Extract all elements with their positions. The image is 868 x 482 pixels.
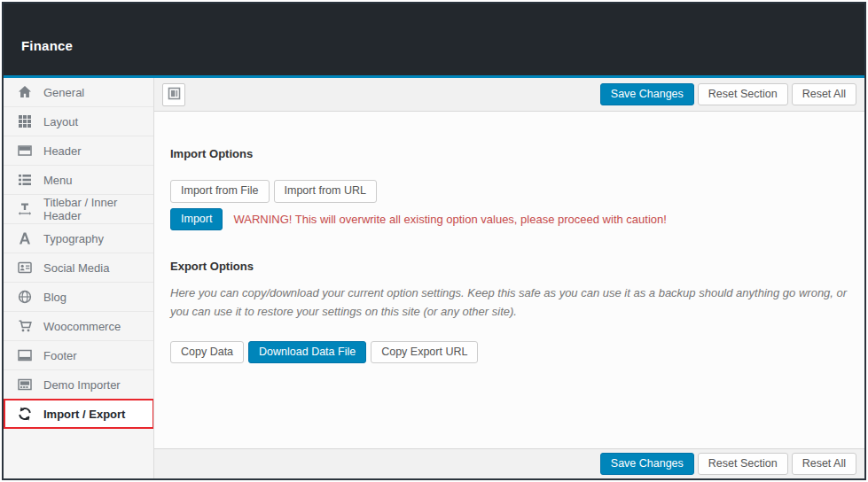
sidebar-item-label: Footer bbox=[43, 349, 77, 362]
copy-data-button[interactable]: Copy Data bbox=[170, 341, 244, 364]
sidebar-item-label: Import / Export bbox=[43, 408, 125, 421]
cart-icon bbox=[18, 319, 32, 333]
slides-icon bbox=[18, 377, 32, 392]
save-changes-button-bottom[interactable]: Save Changes bbox=[600, 453, 694, 476]
import-warning-text: WARNING! This will overwrite all existin… bbox=[233, 213, 666, 226]
panel-header: Finance bbox=[4, 4, 864, 78]
sidebar-item-typography[interactable]: Typography bbox=[4, 224, 153, 253]
sidebar-item-general[interactable]: General bbox=[4, 78, 153, 107]
sidebar-item-layout[interactable]: Layout bbox=[4, 107, 153, 136]
reset-section-button-bottom[interactable]: Reset Section bbox=[698, 453, 788, 476]
sidebar-item-label: Header bbox=[43, 144, 82, 158]
export-action-buttons: Copy Data Download Data File Copy Export… bbox=[170, 341, 848, 364]
sidebar-item-footer[interactable]: Footer bbox=[4, 341, 153, 370]
header-icon bbox=[18, 144, 32, 158]
section-body: Import Options Import from File Import f… bbox=[154, 112, 864, 448]
text-width-icon bbox=[18, 202, 32, 216]
sidebar-item-label: General bbox=[43, 86, 84, 99]
export-options-description: Here you can copy/download your current … bbox=[170, 284, 848, 322]
sidebar-item-label: Social Media bbox=[43, 261, 109, 275]
sidebar-item-titlebar-inner-header[interactable]: Titlebar / Inner Header bbox=[4, 195, 153, 224]
import-from-url-button[interactable]: Import from URL bbox=[274, 180, 377, 203]
reset-all-button-top[interactable]: Reset All bbox=[792, 83, 856, 106]
sidebar-item-blog[interactable]: Blog bbox=[4, 283, 153, 312]
import-source-buttons: Import from File Import from URL bbox=[170, 180, 848, 203]
sidebar-item-header[interactable]: Header bbox=[4, 136, 153, 166]
expand-options-icon bbox=[168, 87, 181, 103]
globe-icon bbox=[18, 290, 32, 304]
home-icon bbox=[18, 85, 32, 99]
import-action-row: Import WARNING! This will overwrite all … bbox=[170, 208, 848, 231]
typography-icon bbox=[18, 231, 32, 245]
import-button[interactable]: Import bbox=[170, 208, 223, 231]
panel-main: General Layout Header Menu bbox=[4, 78, 864, 478]
layout-grid-icon bbox=[18, 114, 32, 128]
panel-frame: Finance General Layout Header bbox=[2, 2, 866, 480]
sidebar-item-label: Woocommerce bbox=[43, 320, 121, 333]
reset-section-button-top[interactable]: Reset Section bbox=[698, 83, 788, 106]
sidebar-item-label: Typography bbox=[43, 232, 104, 245]
footer-icon bbox=[18, 348, 32, 362]
menu-list-icon bbox=[18, 173, 32, 187]
bottom-action-bar: Save Changes Reset Section Reset All bbox=[154, 448, 864, 478]
page-title: Finance bbox=[21, 38, 73, 53]
import-options-title: Import Options bbox=[170, 147, 848, 160]
save-changes-button-top[interactable]: Save Changes bbox=[600, 83, 694, 106]
id-card-icon bbox=[18, 260, 32, 275]
sync-icon bbox=[18, 407, 32, 421]
sidebar-item-label: Titlebar / Inner Header bbox=[43, 196, 153, 222]
import-from-file-button[interactable]: Import from File bbox=[170, 180, 270, 203]
sidebar-item-woocommerce[interactable]: Woocommerce bbox=[4, 312, 153, 341]
content-panel: Save Changes Reset Section Reset All Imp… bbox=[154, 78, 864, 478]
sidebar-item-import-export[interactable]: Import / Export bbox=[4, 400, 153, 429]
sidebar-item-social-media[interactable]: Social Media bbox=[4, 253, 153, 283]
sidebar-item-label: Blog bbox=[43, 291, 66, 304]
export-options-title: Export Options bbox=[170, 260, 848, 273]
sidebar-item-menu[interactable]: Menu bbox=[4, 166, 153, 195]
copy-export-url-button[interactable]: Copy Export URL bbox=[371, 341, 478, 364]
sidebar-nav: General Layout Header Menu bbox=[4, 78, 154, 478]
options-panel-screenshot: Finance General Layout Header bbox=[0, 0, 868, 482]
sidebar-item-label: Layout bbox=[43, 115, 78, 128]
top-action-bar: Save Changes Reset Section Reset All bbox=[154, 78, 864, 112]
reset-all-button-bottom[interactable]: Reset All bbox=[792, 453, 856, 476]
expand-options-button[interactable] bbox=[162, 83, 185, 106]
sidebar-item-label: Menu bbox=[43, 174, 73, 187]
sidebar-item-label: Demo Importer bbox=[43, 378, 121, 392]
sidebar-item-demo-importer[interactable]: Demo Importer bbox=[4, 370, 153, 400]
download-data-file-button[interactable]: Download Data File bbox=[248, 341, 366, 364]
